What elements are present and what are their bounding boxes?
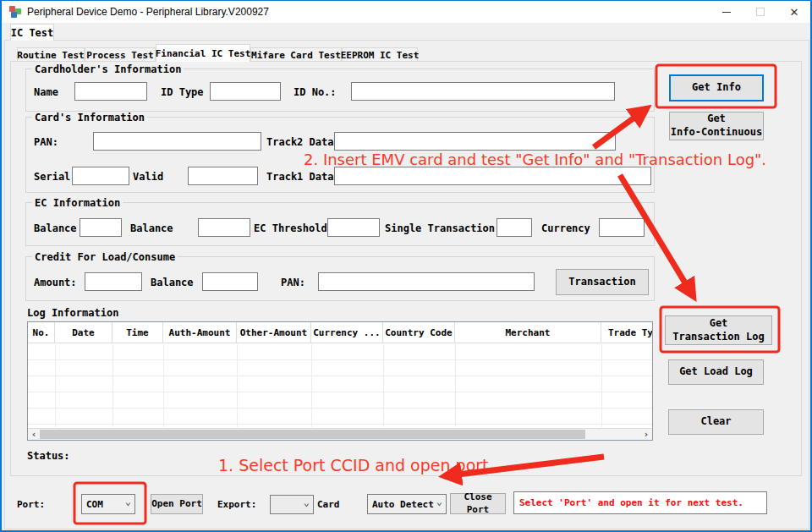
currency-label: Currency xyxy=(541,222,590,234)
track2-data-label: Track2 Data xyxy=(266,136,333,148)
close-port-button[interactable]: Close Port xyxy=(450,493,506,514)
id-type-label: ID Type xyxy=(161,86,204,98)
single-transaction-input[interactable] xyxy=(497,218,532,237)
serial-label: Serial xyxy=(34,171,70,183)
transaction-button[interactable]: Transaction xyxy=(556,269,649,295)
port-message-box: Select 'Port' and open it for next test. xyxy=(513,491,767,514)
card-detect-value: Auto Detect xyxy=(372,499,434,510)
grid-line xyxy=(311,344,312,427)
col-trade-type[interactable]: Trade Type xyxy=(601,322,652,343)
log-info-title: Log Information xyxy=(27,307,118,319)
grid-line xyxy=(112,344,113,427)
card-info-title: Card's Information xyxy=(32,112,147,123)
name-label: Name xyxy=(34,86,58,98)
port-select[interactable]: COM ⌄ xyxy=(81,494,135,514)
status-label: Status: xyxy=(27,450,70,462)
annotation-step2: 2. Insert EMV card and test "Get Info" a… xyxy=(304,151,766,168)
grid-line xyxy=(601,344,602,427)
chevron-down-icon: ⌄ xyxy=(304,496,310,508)
export-select[interactable]: ⌄ xyxy=(270,495,314,514)
tab-label: Financial IC Test xyxy=(156,48,251,59)
tab-ic-test[interactable]: IC Test xyxy=(10,24,54,41)
credit-pan-input[interactable] xyxy=(318,272,535,291)
credit-title: Credit For Load/Consume xyxy=(32,251,178,263)
col-other-amount[interactable]: Other-Amount xyxy=(237,322,311,343)
col-auth-amount[interactable]: Auth-Amount xyxy=(163,322,237,343)
log-table: No. Date Time Auth-Amount Other-Amount C… xyxy=(27,321,653,441)
tab-process-test[interactable]: Process Test xyxy=(85,47,156,62)
balance2-input[interactable] xyxy=(198,218,250,237)
track2-data-input[interactable] xyxy=(334,132,616,151)
credit-balance-label: Balance xyxy=(151,277,194,288)
grid-line xyxy=(383,344,384,427)
pan-input[interactable] xyxy=(93,132,261,151)
col-date[interactable]: Date xyxy=(55,322,112,343)
grid-line xyxy=(237,344,238,427)
clear-button[interactable]: Clear xyxy=(668,409,764,435)
col-merchant[interactable]: Merchant xyxy=(455,322,601,343)
title-bar: Peripheral Device Demo - Peripheral Libr… xyxy=(2,1,810,23)
get-info-button[interactable]: Get Info xyxy=(669,74,764,101)
amount-label: Amount: xyxy=(34,277,77,288)
scrollbar-thumb[interactable] xyxy=(40,430,585,439)
app-icon xyxy=(8,5,22,19)
log-table-header: No. Date Time Auth-Amount Other-Amount C… xyxy=(28,322,652,344)
scroll-right-icon[interactable]: › xyxy=(640,429,652,440)
grid-line xyxy=(55,344,56,427)
export-label: Export: xyxy=(217,499,256,510)
credit-balance-input[interactable] xyxy=(202,272,258,291)
col-currency[interactable]: Currency ... xyxy=(311,322,383,343)
currency-input[interactable] xyxy=(599,218,645,237)
id-no-input[interactable] xyxy=(351,82,615,101)
get-info-continuous-button[interactable]: Get Info-Continuous xyxy=(669,112,764,140)
open-port-button[interactable]: Open Port xyxy=(151,494,203,514)
close-button[interactable]: ✕ xyxy=(778,1,810,23)
tab-financial-ic-test[interactable]: Financial IC Test xyxy=(156,44,250,62)
ec-threshold-input[interactable] xyxy=(327,218,380,237)
ec-info-title: EC Information xyxy=(32,197,123,209)
get-load-log-button[interactable]: Get Load Log xyxy=(668,359,764,385)
tab-mifare-card-test[interactable]: Mifare Card Test xyxy=(250,47,342,62)
ec-threshold-label: EC Threshold xyxy=(254,222,327,234)
id-no-label: ID No.: xyxy=(294,86,337,98)
chevron-down-icon: ⌄ xyxy=(125,496,131,507)
col-time[interactable]: Time xyxy=(112,322,163,343)
pan-label: PAN: xyxy=(34,136,58,148)
credit-pan-label: PAN: xyxy=(281,277,305,288)
col-country-code[interactable]: Country Code xyxy=(383,322,455,343)
name-input[interactable] xyxy=(74,82,147,101)
maximize-icon xyxy=(756,8,765,16)
tab-label: EEPROM IC Test xyxy=(341,50,420,61)
tab-label: Process Test xyxy=(86,50,153,61)
minimize-button[interactable] xyxy=(712,1,741,23)
track1-data-input[interactable] xyxy=(334,167,651,185)
log-table-hscrollbar: ‹ › xyxy=(28,428,652,440)
tab-eeprom-ic-test[interactable]: EEPROM IC Test xyxy=(342,47,418,62)
port-select-value: COM xyxy=(86,499,103,510)
card-detect-select[interactable]: Auto Detect ⌄ xyxy=(367,494,447,514)
maximize-button[interactable] xyxy=(746,1,775,23)
ec-balance-label: Balance xyxy=(34,222,77,234)
app-window: Peripheral Device Demo - Peripheral Libr… xyxy=(0,0,812,532)
minimize-icon xyxy=(722,12,731,13)
id-type-input[interactable] xyxy=(210,82,281,101)
col-no[interactable]: No. xyxy=(28,322,55,343)
annotation-step1: 1. Select Port CCID and open port xyxy=(218,456,489,474)
scroll-left-icon[interactable]: ‹ xyxy=(28,429,40,440)
track1-data-label: Track1 Data xyxy=(266,171,333,183)
grid-line xyxy=(455,344,456,427)
tab-label: Routine Test xyxy=(17,50,84,61)
ec-balance-input[interactable] xyxy=(80,218,122,237)
valid-input[interactable] xyxy=(188,167,258,185)
get-transaction-log-button[interactable]: Get Transaction Log xyxy=(665,315,772,345)
balance2-label: Balance xyxy=(130,222,173,234)
cardholder-info-title: Cardholder's Information xyxy=(32,63,184,75)
card-label: Card xyxy=(317,499,340,510)
port-label: Port: xyxy=(17,499,45,510)
chevron-down-icon: ⌄ xyxy=(436,496,442,507)
tab-ic-test-label: IC Test xyxy=(11,27,54,39)
tab-routine-test[interactable]: Routine Test xyxy=(17,47,85,62)
serial-input[interactable] xyxy=(72,167,129,185)
amount-input[interactable] xyxy=(85,272,142,291)
grid-line xyxy=(163,344,164,427)
